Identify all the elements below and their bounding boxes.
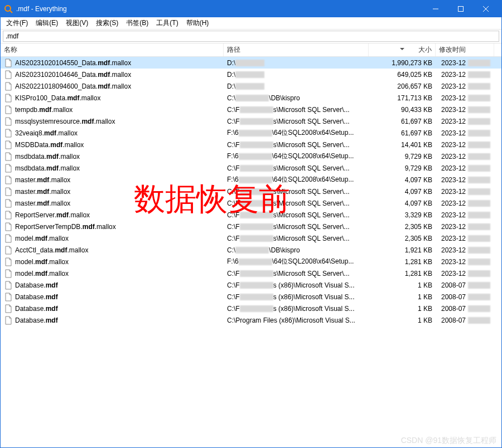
- file-size-cell[interactable]: 4,097 KB: [369, 199, 436, 207]
- file-name-cell[interactable]: KISPro100_Data.mdf.mallox: [1, 94, 224, 103]
- file-row[interactable]: Database.mdfC:\Fs (x86)\Microsoft Visual…: [1, 279, 501, 291]
- file-path-cell[interactable]: C:\Fs\Microsoft SQL Server\...: [224, 164, 369, 172]
- titlebar[interactable]: .mdf - Everything: [1, 1, 501, 17]
- file-path-cell[interactable]: F:\6\64位SQL2008\x64\Setup...: [224, 175, 369, 184]
- file-size-cell[interactable]: 1 KB: [369, 281, 436, 289]
- file-size-cell[interactable]: 2,305 KB: [369, 235, 436, 242]
- file-list[interactable]: AIS20231020104550_Data.mdf.malloxD:\1,99…: [1, 57, 501, 447]
- close-button[interactable]: [473, 1, 498, 17]
- file-size-cell[interactable]: 171,713 KB: [369, 94, 436, 102]
- file-row[interactable]: KISPro100_Data.mdf.malloxC:\\DB\kispro17…: [1, 92, 501, 104]
- file-path-cell[interactable]: C:\Fs (x86)\Microsoft Visual S...: [224, 293, 369, 301]
- file-name-cell[interactable]: MSDBData.mdf.mallox: [1, 140, 224, 149]
- file-size-cell[interactable]: 9,729 KB: [369, 153, 436, 160]
- file-size-cell[interactable]: 1,281 KB: [369, 270, 436, 277]
- file-row[interactable]: AIS20231020104646_Data.mdf.malloxD:\649,…: [1, 69, 501, 80]
- maximize-button[interactable]: [448, 1, 473, 17]
- file-name-cell[interactable]: msdbdata.mdf.mallox: [1, 164, 224, 173]
- menu-bookmarks[interactable]: 书签(B): [123, 17, 152, 29]
- file-size-cell[interactable]: 61,697 KB: [369, 129, 436, 137]
- file-name-cell[interactable]: ReportServerTempDB.mdf.mallox: [1, 222, 224, 231]
- file-path-cell[interactable]: D:\: [224, 59, 369, 67]
- file-name-cell[interactable]: model.mdf.mallox: [1, 234, 224, 243]
- file-date-cell[interactable]: 2008-07: [436, 281, 494, 289]
- file-date-cell[interactable]: 2023-12: [436, 118, 494, 125]
- file-size-cell[interactable]: 1,281 KB: [369, 258, 436, 266]
- file-path-cell[interactable]: C:\\DB\kispro: [224, 94, 369, 102]
- file-date-cell[interactable]: 2023-12: [436, 246, 494, 254]
- file-path-cell[interactable]: F:\6\64位SQL2008\x64\Setup...: [224, 128, 369, 138]
- file-path-cell[interactable]: C:\Fs\Microsoft SQL Server\...: [224, 199, 369, 207]
- file-size-cell[interactable]: 206,657 KB: [369, 82, 436, 90]
- menu-tools[interactable]: 工具(T): [153, 17, 181, 29]
- file-date-cell[interactable]: 2023-12: [436, 223, 494, 231]
- file-path-cell[interactable]: C:\Fs\Microsoft SQL Server\...: [224, 223, 369, 231]
- file-name-cell[interactable]: Database.mdf: [1, 293, 224, 301]
- file-date-cell[interactable]: 2023-12: [436, 258, 494, 266]
- file-path-cell[interactable]: C:\Program Files (x86)\Microsoft Visual …: [224, 316, 369, 324]
- file-date-cell[interactable]: 2023-12: [436, 270, 494, 277]
- file-name-cell[interactable]: Database.mdf: [1, 316, 224, 325]
- file-row[interactable]: tempdb.mdf.malloxC:\Fs\Microsoft SQL Ser…: [1, 104, 501, 115]
- file-date-cell[interactable]: 2023-12: [436, 94, 494, 102]
- file-date-cell[interactable]: 2023-12: [436, 164, 494, 172]
- file-path-cell[interactable]: C:\Fs\Microsoft SQL Server\...: [224, 106, 369, 114]
- file-name-cell[interactable]: msdbdata.mdf.mallox: [1, 152, 224, 161]
- file-row[interactable]: Database.mdfC:\Program Files (x86)\Micro…: [1, 314, 501, 326]
- file-name-cell[interactable]: mssqlsystemresource.mdf.mallox: [1, 117, 224, 126]
- file-path-cell[interactable]: C:\Fs\Microsoft SQL Server\...: [224, 141, 369, 149]
- file-row[interactable]: Database.mdfC:\Fs (x86)\Microsoft Visual…: [1, 303, 501, 314]
- header-date[interactable]: 修改时间: [436, 43, 494, 56]
- file-date-cell[interactable]: 2023-12: [436, 59, 494, 67]
- file-name-cell[interactable]: master.mdf.mallox: [1, 176, 224, 184]
- header-name[interactable]: 名称: [1, 43, 224, 56]
- file-name-cell[interactable]: Database.mdf: [1, 304, 224, 313]
- file-size-cell[interactable]: 9,729 KB: [369, 164, 436, 172]
- file-size-cell[interactable]: 4,097 KB: [369, 176, 436, 184]
- file-row[interactable]: ReportServer.mdf.malloxC:\Fs\Microsoft S…: [1, 209, 501, 221]
- file-row[interactable]: msdbdata.mdf.malloxF:\6\64位SQL2008\x64\S…: [1, 150, 501, 162]
- file-row[interactable]: model.mdf.malloxC:\Fs\Microsoft SQL Serv…: [1, 232, 501, 244]
- file-row[interactable]: ReportServerTempDB.mdf.malloxC:\Fs\Micro…: [1, 221, 501, 232]
- file-path-cell[interactable]: D:\: [224, 71, 369, 79]
- file-name-cell[interactable]: ReportServer.mdf.mallox: [1, 211, 224, 220]
- file-row[interactable]: master.mdf.malloxC:\Fs\Microsoft SQL Ser…: [1, 186, 501, 197]
- menu-file[interactable]: 文件(F): [3, 17, 31, 29]
- file-size-cell[interactable]: 2,305 KB: [369, 223, 436, 231]
- header-path[interactable]: 路径: [224, 43, 369, 56]
- file-date-cell[interactable]: 2023-12: [436, 176, 494, 184]
- file-date-cell[interactable]: 2008-07: [436, 305, 494, 313]
- file-date-cell[interactable]: 2023-12: [436, 235, 494, 242]
- file-name-cell[interactable]: AcctCtl_data.mdf.mallox: [1, 246, 224, 255]
- file-row[interactable]: MSDBData.mdf.malloxC:\Fs\Microsoft SQL S…: [1, 139, 501, 150]
- file-row[interactable]: 32veaiq8.mdf.malloxF:\6\64位SQL2008\x64\S…: [1, 127, 501, 139]
- file-date-cell[interactable]: 2023-12: [436, 129, 494, 137]
- file-size-cell[interactable]: 1,921 KB: [369, 246, 436, 254]
- file-size-cell[interactable]: 1,990,273 KB: [369, 59, 436, 67]
- file-date-cell[interactable]: 2023-12: [436, 153, 494, 160]
- file-name-cell[interactable]: master.mdf.mallox: [1, 199, 224, 208]
- file-row[interactable]: mssqlsystemresource.mdf.malloxC:\Fs\Micr…: [1, 115, 501, 127]
- header-size[interactable]: 大小: [369, 43, 436, 56]
- menu-view[interactable]: 视图(V): [62, 17, 91, 29]
- file-row[interactable]: master.mdf.malloxF:\6\64位SQL2008\x64\Set…: [1, 174, 501, 186]
- file-size-cell[interactable]: 90,433 KB: [369, 106, 436, 114]
- file-name-cell[interactable]: 32veaiq8.mdf.mallox: [1, 129, 224, 138]
- file-path-cell[interactable]: C:\Fs\Microsoft SQL Server\...: [224, 188, 369, 196]
- file-date-cell[interactable]: 2023-12: [436, 199, 494, 207]
- file-date-cell[interactable]: 2023-12: [436, 106, 494, 114]
- file-name-cell[interactable]: Database.mdf: [1, 281, 224, 290]
- file-path-cell[interactable]: C:\Fs (x86)\Microsoft Visual S...: [224, 305, 369, 313]
- file-size-cell[interactable]: 649,025 KB: [369, 71, 436, 79]
- file-size-cell[interactable]: 61,697 KB: [369, 118, 436, 125]
- file-row[interactable]: Database.mdfC:\Fs (x86)\Microsoft Visual…: [1, 291, 501, 303]
- search-input[interactable]: [3, 31, 499, 42]
- file-path-cell[interactable]: C:\Fs\Microsoft SQL Server\...: [224, 235, 369, 242]
- file-path-cell[interactable]: F:\6\64位SQL2008\x64\Setup...: [224, 257, 369, 266]
- file-name-cell[interactable]: model.mdf.mallox: [1, 257, 224, 266]
- file-name-cell[interactable]: AIS20231020104550_Data.mdf.mallox: [1, 59, 224, 67]
- file-name-cell[interactable]: AIS20221018094600_Data.mdf.mallox: [1, 82, 224, 91]
- file-size-cell[interactable]: 1 KB: [369, 316, 436, 324]
- file-date-cell[interactable]: 2023-12: [436, 141, 494, 149]
- file-size-cell[interactable]: 1 KB: [369, 305, 436, 313]
